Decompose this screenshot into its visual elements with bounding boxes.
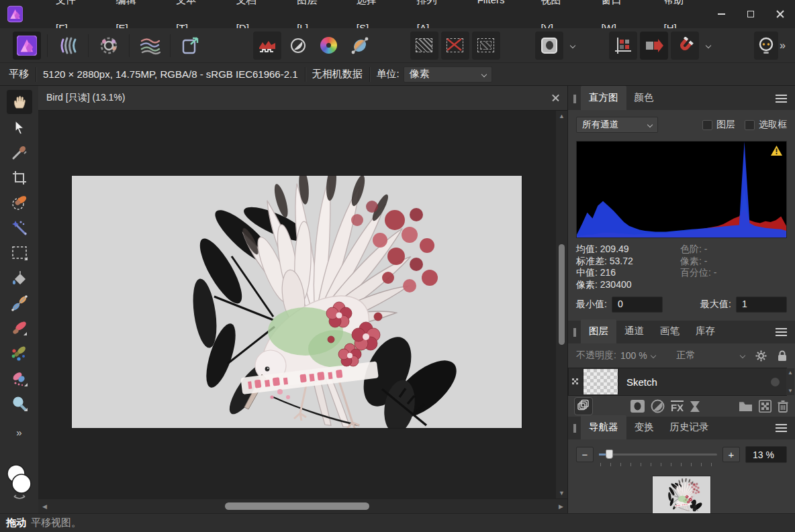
auto-white-balance-button[interactable] <box>346 32 374 60</box>
live-filter-button[interactable] <box>690 401 700 413</box>
maximize-button[interactable] <box>736 0 765 28</box>
close-button[interactable] <box>765 0 795 28</box>
tab-layers[interactable]: 图层 <box>581 319 616 343</box>
zoom-value-input[interactable]: 13 % <box>745 446 787 463</box>
zoom-slider-thumb[interactable] <box>606 449 613 459</box>
marquee-tool-button[interactable] <box>7 241 32 265</box>
layer-row-sketch[interactable]: Sketch ▲▼ <box>568 368 787 396</box>
snapping-dropdown[interactable] <box>702 32 715 60</box>
tab-stock[interactable]: 库存 <box>688 319 723 343</box>
color-replacement-brush-tool-button[interactable] <box>7 341 32 366</box>
gear-icon[interactable] <box>755 350 767 362</box>
quick-mask-dropdown[interactable] <box>566 32 579 60</box>
zoom-in-button[interactable]: + <box>722 447 740 462</box>
gradient-tool-button[interactable] <box>7 291 32 315</box>
deselect-button[interactable] <box>441 32 469 60</box>
snapping-grid-button[interactable] <box>609 32 637 60</box>
auto-colour-button[interactable] <box>315 32 343 60</box>
tab-close-icon[interactable] <box>552 95 559 102</box>
vertical-scroll-thumb[interactable] <box>559 244 565 345</box>
zoom-slider[interactable] <box>599 447 717 462</box>
horizontal-scroll-thumb[interactable] <box>225 502 369 510</box>
tab-color[interactable]: 颜色 <box>626 86 662 110</box>
mask-layer-button[interactable] <box>630 400 645 413</box>
minimize-button[interactable] <box>706 0 736 28</box>
photo-persona-button[interactable] <box>13 32 41 60</box>
document-tab[interactable]: Bird [只读] (13.1%) <box>38 86 567 110</box>
zoom-out-button[interactable]: − <box>576 447 594 462</box>
view-tool-button[interactable] <box>7 90 32 114</box>
blend-mode-value[interactable]: 正常 <box>677 350 696 362</box>
layer-thumbnail-toggle-icon[interactable] <box>572 378 579 386</box>
move-tool-button[interactable] <box>7 115 32 140</box>
liquify-persona-button[interactable] <box>54 32 82 60</box>
develop-persona-button[interactable] <box>95 32 123 60</box>
paint-brush-tool-button[interactable] <box>7 317 32 341</box>
canvas-viewport[interactable]: ▲ ▼ <box>38 111 567 498</box>
vertical-scrollbar[interactable]: ▲ ▼ <box>556 111 567 498</box>
current-tool-label: 平移 <box>0 68 29 81</box>
delete-layer-button[interactable] <box>778 400 788 413</box>
toolbar-overflow-button[interactable]: » <box>780 40 786 52</box>
invert-selection-button[interactable] <box>472 32 500 60</box>
color-picker-tool-button[interactable] <box>7 140 32 164</box>
panel-grip-icon[interactable] <box>573 95 576 103</box>
layer-list-scrollbar[interactable]: ▲▼ <box>786 368 794 395</box>
adjustment-layer-button[interactable] <box>651 399 665 413</box>
assistant-button[interactable] <box>754 32 778 60</box>
tab-navigator[interactable]: 导航器 <box>581 415 626 439</box>
tab-histogram[interactable]: 直方图 <box>581 86 626 110</box>
selection-brush-tool-button[interactable] <box>7 191 32 215</box>
clipping-warning-icon[interactable] <box>771 146 782 156</box>
tools-overflow-button[interactable]: » <box>16 427 21 438</box>
scroll-left-icon[interactable]: ◀ <box>42 501 47 512</box>
duplicate-layer-button[interactable] <box>575 398 592 415</box>
panel-grip-icon[interactable] <box>573 328 576 337</box>
crop-icon <box>11 170 28 186</box>
blur-tool-button[interactable] <box>7 392 32 416</box>
quick-mask-button[interactable] <box>535 32 563 60</box>
panel-grip-icon[interactable] <box>573 424 576 433</box>
tab-channels[interactable]: 通道 <box>616 319 652 343</box>
scroll-right-icon[interactable]: ▶ <box>559 501 563 512</box>
invert-selection-icon <box>477 38 494 52</box>
tab-brushes[interactable]: 画笔 <box>652 319 688 343</box>
navigator-thumbnail[interactable] <box>653 476 710 514</box>
snapping-magnet-button[interactable] <box>671 32 699 60</box>
marquee-checkbox[interactable] <box>745 120 755 130</box>
layer-thumbnail[interactable] <box>583 369 618 394</box>
scroll-up-icon[interactable]: ▲ <box>559 111 565 121</box>
auto-contrast-button[interactable] <box>284 32 312 60</box>
panel-menu-icon[interactable] <box>776 424 787 432</box>
panel-menu-icon[interactable] <box>776 95 787 103</box>
group-layers-button[interactable] <box>739 401 753 412</box>
insert-pattern-button[interactable] <box>759 400 771 413</box>
chevron-down-icon[interactable] <box>740 353 745 358</box>
color-swatches[interactable] <box>5 464 34 504</box>
export-persona-button[interactable] <box>177 32 205 60</box>
move-by-whole-pixels-button[interactable] <box>640 32 668 60</box>
mean-value: 209.49 <box>600 244 629 254</box>
layer-visibility-toggle[interactable] <box>771 378 780 386</box>
unit-select[interactable]: 像素 <box>404 66 492 83</box>
chevron-down-icon[interactable] <box>650 353 655 358</box>
opacity-value[interactable]: 100 % <box>620 350 647 361</box>
min-input[interactable]: 0 <box>612 297 663 313</box>
flood-select-tool-button[interactable] <box>7 216 32 240</box>
layer-checkbox[interactable] <box>702 120 712 130</box>
channel-select[interactable]: 所有通道 <box>576 117 658 133</box>
scroll-down-icon[interactable]: ▼ <box>559 488 565 498</box>
tab-history[interactable]: 历史记录 <box>662 415 717 439</box>
lock-icon[interactable] <box>778 350 787 362</box>
erase-brush-tool-button[interactable] <box>7 367 32 391</box>
crop-tool-button[interactable] <box>7 166 32 190</box>
panel-menu-icon[interactable] <box>776 328 787 336</box>
max-input[interactable]: 1 <box>736 297 787 313</box>
auto-levels-button[interactable] <box>253 32 281 60</box>
select-all-button[interactable] <box>410 32 438 60</box>
horizontal-scrollbar[interactable]: ◀ ▶ <box>38 498 567 513</box>
tab-transform[interactable]: 变换 <box>626 415 662 439</box>
layer-effects-button[interactable]: FX <box>671 401 684 413</box>
tone-mapping-persona-button[interactable] <box>136 32 164 60</box>
flood-fill-tool-button[interactable] <box>7 266 32 290</box>
